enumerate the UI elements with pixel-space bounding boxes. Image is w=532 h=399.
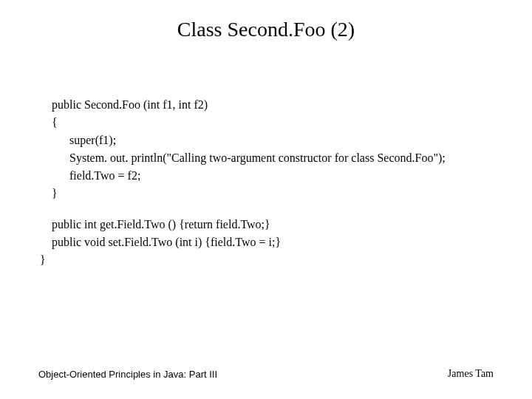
code-line: field.Two = f2; <box>52 167 502 185</box>
code-line: } <box>40 251 502 269</box>
slide-title: Class Second.Foo (2) <box>0 18 532 41</box>
code-line: public int get.Field.Two () {return fiel… <box>52 216 502 233</box>
slide: Class Second.Foo (2) public Second.Foo (… <box>0 0 532 399</box>
code-line: } <box>52 185 502 202</box>
footer-left: Object-Oriented Principles in Java: Part… <box>38 369 217 380</box>
blank-line <box>52 202 502 216</box>
code-line: { <box>52 114 502 132</box>
footer-right: James Tam <box>448 368 494 380</box>
code-line: public void set.Field.Two (int i) {field… <box>52 233 502 251</box>
code-line: System. out. println("Calling two-argume… <box>52 149 502 167</box>
code-line: super(f1); <box>52 132 502 149</box>
code-line: public Second.Foo (int f1, int f2) <box>52 96 502 114</box>
code-block: public Second.Foo (int f1, int f2) { sup… <box>52 96 502 269</box>
